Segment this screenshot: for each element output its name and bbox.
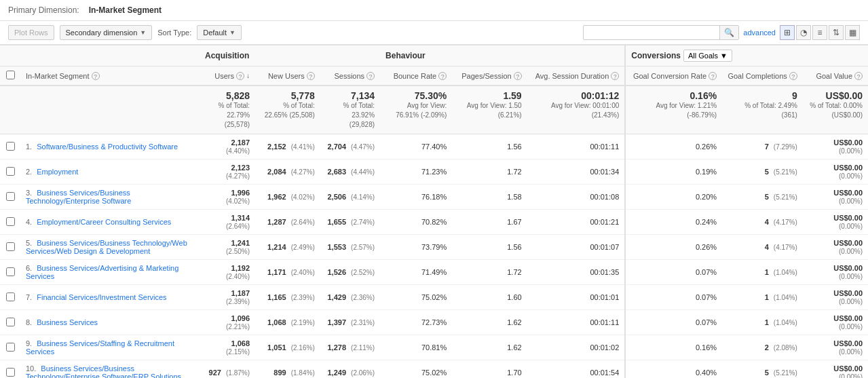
avg-session-col-label: Avg. Session Duration <box>535 72 609 80</box>
goal-value-cell: US$0.00 (0.00%) <box>803 134 868 159</box>
advanced-link[interactable]: advanced <box>743 29 776 37</box>
goal-conversion-col-header[interactable]: Goal Conversion Rate ? <box>625 67 722 86</box>
goal-completions-main: 4 <box>765 243 769 251</box>
segment-link[interactable]: Business Services/Staffing & Recruitment… <box>26 339 174 356</box>
row-checkbox-cell <box>0 185 20 210</box>
goal-conversion-value: 0.20% <box>696 193 717 201</box>
pages-session-col-header[interactable]: Pages/Session ? <box>452 67 527 86</box>
data-table: Acquisition Behaviour Conversions All Go… <box>0 45 868 378</box>
pages-session-help-icon[interactable]: ? <box>514 72 522 80</box>
goal-completions-pct: (1.04%) <box>774 294 797 301</box>
totals-sessions: 7,134 % of Total: 23.92% (29,828) <box>320 86 380 134</box>
segment-link[interactable]: Employment/Career Consulting Services <box>37 218 171 226</box>
users-pct: (4.27%) <box>226 172 250 180</box>
segment-cell: 3. Business Services/Business Technology… <box>20 185 200 210</box>
secondary-dimension-dropdown[interactable]: Secondary dimension ▼ <box>60 25 153 40</box>
goal-completions-pct: (5.21%) <box>774 168 797 176</box>
goal-value-pct: (0.00%) <box>839 172 863 180</box>
segment-col-header[interactable]: In-Market Segment ? <box>20 67 200 86</box>
table-row: 1. Software/Business & Productivity Soft… <box>0 134 868 159</box>
search-input[interactable] <box>584 26 719 39</box>
segment-link[interactable]: Software/Business & Productivity Softwar… <box>37 143 178 151</box>
sessions-main: 1,526 <box>327 268 346 276</box>
bounce-rate-value: 70.81% <box>421 343 447 352</box>
bounce-rate-col-header[interactable]: Bounce Rate ? <box>380 67 452 86</box>
row-checkbox[interactable] <box>6 142 15 151</box>
sessions-help-icon[interactable]: ? <box>366 72 375 80</box>
view-pie-icon[interactable]: ◔ <box>796 25 811 40</box>
new-users-col-header[interactable]: New Users ? <box>255 67 320 86</box>
goal-value-main: US$0.00 <box>833 339 863 347</box>
goal-conversion-cell: 0.26% <box>625 235 722 260</box>
users-help-icon[interactable]: ? <box>236 72 244 80</box>
goal-value-main: US$0.00 <box>833 164 863 172</box>
segment-link[interactable]: Business Services/Business Technology/En… <box>26 189 131 205</box>
segment-help-icon[interactable]: ? <box>92 72 100 80</box>
segment-link[interactable]: Business Services <box>37 318 98 326</box>
goal-conversion-help-icon[interactable]: ? <box>709 72 717 80</box>
goal-value-pct: (0.00%) <box>839 298 863 305</box>
view-list-icon[interactable]: ≡ <box>812 25 827 40</box>
row-checkbox[interactable] <box>6 267 15 276</box>
all-goals-dropdown[interactable]: All Goals ▼ <box>683 50 732 62</box>
pages-session-value: 1.60 <box>507 293 521 301</box>
segment-link[interactable]: Business Services/Business Technology/En… <box>26 364 181 378</box>
view-pivot-icon[interactable]: ▦ <box>845 25 860 40</box>
pages-session-value: 1.72 <box>507 168 521 176</box>
row-checkbox[interactable] <box>6 242 15 251</box>
row-number: 7. <box>26 293 32 301</box>
segment-link[interactable]: Employment <box>37 168 78 176</box>
goal-conversion-cell: 0.07% <box>625 310 722 335</box>
new-users-cell: 1,962 (4.02%) <box>255 185 320 210</box>
new-users-help-icon[interactable]: ? <box>307 72 315 80</box>
row-checkbox[interactable] <box>6 343 15 352</box>
row-checkbox[interactable] <box>6 217 15 226</box>
sessions-col-header[interactable]: Sessions ? <box>320 67 380 86</box>
pages-session-value: 1.70 <box>507 368 521 377</box>
goal-completions-pct: (5.21%) <box>774 369 797 377</box>
view-table-icon[interactable]: ⊞ <box>780 25 795 40</box>
bounce-rate-value: 75.02% <box>421 293 447 301</box>
segment-link[interactable]: Business Services/Business Technology/We… <box>26 239 187 255</box>
avg-session-help-icon[interactable]: ? <box>611 72 619 80</box>
goal-completions-col-header[interactable]: Goal Completions ? <box>722 67 803 86</box>
new-users-main: 1,962 <box>267 193 286 201</box>
row-checkbox[interactable] <box>6 167 15 176</box>
segment-link[interactable]: Business Services/Advertising & Marketin… <box>26 264 178 280</box>
column-header-row: In-Market Segment ? Users ? ↓ New Users … <box>0 67 868 86</box>
sort-default-dropdown[interactable]: Default ▼ <box>197 25 242 40</box>
users-main: 1,096 <box>231 314 250 322</box>
bounce-rate-value: 70.82% <box>421 218 447 226</box>
goal-value-cell: US$0.00 (0.00%) <box>803 235 868 260</box>
pages-session-cell: 1.67 <box>452 210 527 235</box>
goal-value-col-label: Goal Value <box>816 72 852 80</box>
bounce-rate-col-label: Bounce Rate <box>394 72 437 80</box>
totals-new-users-main: 5,778 <box>261 90 315 101</box>
users-col-header[interactable]: Users ? ↓ <box>200 67 255 86</box>
totals-goal-completions-sub: % of Total: 2.49% (361) <box>728 101 797 120</box>
users-sort-icon: ↓ <box>246 72 250 79</box>
goal-completions-help-icon[interactable]: ? <box>789 72 797 80</box>
row-checkbox[interactable] <box>6 318 15 326</box>
acquisition-group-header: Acquisition <box>200 45 380 67</box>
search-button[interactable]: 🔍 <box>719 26 738 39</box>
plot-rows-button[interactable]: Plot Rows <box>8 25 54 40</box>
goal-value-col-header[interactable]: Goal Value ? <box>803 67 868 86</box>
row-checkbox[interactable] <box>6 192 15 201</box>
users-cell: 1,096 (2.21%) <box>200 310 255 335</box>
new-users-pct: (2.39%) <box>291 294 315 301</box>
goal-value-help-icon[interactable]: ? <box>854 72 863 80</box>
totals-new-users-sub: % of Total: 22.65% (25,508) <box>261 101 315 120</box>
segment-cell: 7. Financial Services/Investment Service… <box>20 285 200 310</box>
goal-conversion-col-label: Goal Conversion Rate <box>633 72 706 80</box>
row-checkbox[interactable] <box>6 368 15 377</box>
users-main: 927 <box>209 368 221 377</box>
view-compare-icon[interactable]: ⇅ <box>829 25 844 40</box>
bounce-rate-help-icon[interactable]: ? <box>438 72 447 80</box>
new-users-cell: 1,068 (2.19%) <box>255 310 320 335</box>
row-checkbox[interactable] <box>6 292 15 301</box>
select-all-checkbox[interactable] <box>6 71 15 79</box>
sessions-main: 2,704 <box>327 143 346 151</box>
avg-session-col-header[interactable]: Avg. Session Duration ? <box>527 67 626 86</box>
segment-link[interactable]: Financial Services/Investment Services <box>37 293 166 301</box>
